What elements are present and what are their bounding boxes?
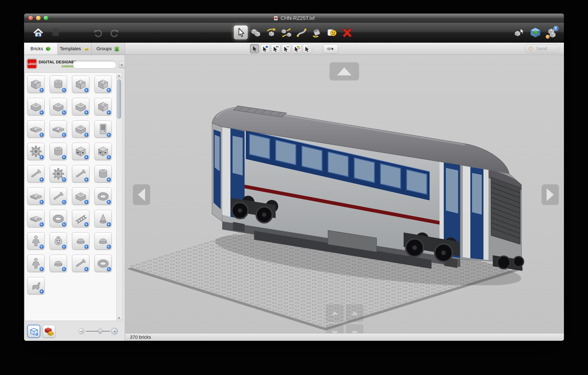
tab-bricks[interactable]: Bricks bbox=[24, 43, 58, 55]
pan-down-button[interactable] bbox=[326, 324, 344, 333]
palette-item-technic-brick[interactable]: + bbox=[72, 143, 89, 160]
3d-canvas[interactable] bbox=[125, 55, 564, 333]
undo-button[interactable] bbox=[91, 26, 105, 40]
palette-item-tube[interactable]: + bbox=[94, 165, 112, 182]
palette-item-minifigure[interactable]: + bbox=[27, 232, 45, 250]
palette-item-technic-connector[interactable]: + bbox=[94, 143, 112, 160]
pan-up-button[interactable] bbox=[326, 304, 344, 322]
palette-item-gear-wheel[interactable]: + bbox=[27, 143, 45, 160]
scroll-down-icon[interactable]: ▼ bbox=[116, 315, 121, 320]
add-badge-icon: + bbox=[84, 155, 89, 159]
train-model[interactable] bbox=[201, 95, 531, 285]
palette-item-slope-curved[interactable]: + bbox=[50, 98, 67, 115]
palette-item-helmet-dome[interactable]: + bbox=[72, 232, 89, 250]
palette-item-hat-brim[interactable]: + bbox=[94, 232, 112, 250]
tab-templates[interactable]: Templates bbox=[58, 43, 91, 55]
palette-item-armor-dome[interactable]: + bbox=[50, 255, 67, 272]
palette-item-minifig-head[interactable]: + bbox=[50, 232, 67, 250]
add-badge-icon: + bbox=[62, 88, 66, 92]
scrollbar-thumb[interactable] bbox=[117, 79, 121, 119]
brick-search-input[interactable] bbox=[73, 61, 116, 69]
select-tool-button[interactable] bbox=[234, 26, 248, 40]
tab-groups[interactable]: Groups bbox=[92, 43, 125, 55]
palette-item-brick-corner[interactable]: + bbox=[72, 76, 89, 93]
slider-thumb[interactable] bbox=[97, 328, 104, 334]
add-badge-icon: + bbox=[84, 244, 89, 249]
palette-item-cylinder[interactable]: + bbox=[50, 143, 67, 160]
import-brick-button[interactable] bbox=[512, 26, 526, 40]
palette-item-gears[interactable]: + bbox=[50, 165, 67, 182]
paint-tool-button[interactable] bbox=[310, 26, 324, 40]
select-inverse-button[interactable] bbox=[303, 44, 312, 53]
zoom-button[interactable] bbox=[43, 16, 48, 21]
pan-up-right-button[interactable] bbox=[346, 304, 364, 322]
rotate-up-arrow-icon bbox=[337, 67, 351, 75]
hinge-align-tool-button[interactable] bbox=[279, 26, 293, 40]
palette-item-arch-brick[interactable]: + bbox=[94, 98, 112, 115]
add-badge-icon: + bbox=[39, 199, 44, 204]
rotate-up-button[interactable] bbox=[329, 62, 359, 81]
palette-item-string-element[interactable]: + bbox=[50, 188, 67, 205]
select-shape-color-button[interactable] bbox=[292, 44, 301, 53]
collapse-panel-button[interactable]: « bbox=[119, 61, 125, 68]
palette-item-brick-1x6[interactable]: + bbox=[94, 76, 112, 93]
tab-bar: Bricks Templates Grou bbox=[24, 43, 564, 55]
select-same-color-button[interactable] bbox=[271, 44, 280, 53]
close-button[interactable] bbox=[28, 16, 33, 21]
rotate-right-button[interactable] bbox=[542, 184, 559, 205]
building-guide-player-button[interactable]: 2 bbox=[545, 26, 559, 40]
filter-colors-button[interactable] bbox=[43, 325, 55, 338]
add-badge-icon: + bbox=[39, 155, 44, 159]
save-button[interactable] bbox=[49, 26, 63, 40]
building-guide-button[interactable] bbox=[528, 26, 542, 40]
palette-item-baseplate[interactable]: + bbox=[27, 188, 45, 205]
palette-item-brick-2x2[interactable]: + bbox=[27, 76, 45, 93]
palette-item-slope-brick[interactable]: + bbox=[27, 98, 45, 115]
add-badge-icon: + bbox=[62, 267, 66, 271]
filter-all-bricks-button[interactable] bbox=[27, 325, 40, 338]
delete-tool-button[interactable] bbox=[340, 26, 354, 40]
palette-item-axle[interactable]: + bbox=[27, 165, 45, 182]
icon-size-slider[interactable]: − + bbox=[79, 327, 117, 336]
minimize-button[interactable] bbox=[36, 16, 41, 21]
scroll-up-icon[interactable]: ▲ bbox=[116, 73, 121, 78]
guide-warning-icon bbox=[546, 35, 550, 39]
palette-item-brick-curved[interactable]: + bbox=[72, 120, 89, 138]
clone-tool-button[interactable] bbox=[249, 26, 263, 40]
add-badge-icon: + bbox=[84, 88, 89, 92]
palette-item-technic-pin[interactable]: + bbox=[72, 165, 89, 182]
add-badge-icon: + bbox=[39, 132, 44, 137]
send-button[interactable]: Send bbox=[525, 44, 559, 53]
palette-item-skeleton[interactable]: + bbox=[27, 255, 45, 272]
select-same-shape-button[interactable] bbox=[282, 44, 291, 53]
palette-item-horn-cone[interactable]: + bbox=[94, 210, 112, 227]
select-connected-button[interactable] bbox=[260, 44, 270, 53]
palette-item-brick-round[interactable]: + bbox=[50, 76, 67, 93]
home-button[interactable] bbox=[31, 26, 45, 40]
pan-down-right-button[interactable] bbox=[346, 324, 364, 333]
palette-item-wedge-plate[interactable]: + bbox=[72, 188, 89, 205]
palette-item-door-frame[interactable]: + bbox=[94, 120, 112, 138]
palette-item-animal-horse[interactable]: + bbox=[27, 277, 45, 294]
palette-scrollbar[interactable]: ▲ ▼ bbox=[116, 73, 121, 320]
lego-logo: LEGO bbox=[27, 59, 37, 69]
palette-item-tool-hammer[interactable]: + bbox=[72, 255, 89, 272]
select-region-button[interactable] bbox=[323, 44, 338, 53]
hide-tool-button[interactable] bbox=[325, 26, 339, 40]
flex-tool-button[interactable] bbox=[295, 26, 309, 40]
palette-item-plate[interactable]: + bbox=[27, 120, 45, 138]
window-titlebar[interactable]: CHN-RZ25T.lxf bbox=[24, 13, 564, 23]
palette-item-ring-element[interactable]: + bbox=[94, 188, 112, 205]
hinge-tool-button[interactable] bbox=[264, 26, 278, 40]
redo-button[interactable] bbox=[107, 26, 121, 40]
palette-item-bracket[interactable]: + bbox=[27, 210, 45, 227]
palette-item-plate-modified[interactable]: + bbox=[50, 120, 67, 138]
rotate-left-button[interactable] bbox=[133, 184, 150, 205]
palette-item-antler-element[interactable]: + bbox=[94, 255, 112, 272]
palette-item-train-track[interactable]: + bbox=[72, 210, 89, 227]
palette-item-wheel-hub[interactable]: + bbox=[50, 210, 67, 227]
zoom-in-icon[interactable]: + bbox=[112, 328, 117, 334]
palette-item-slope-inverted[interactable]: + bbox=[72, 98, 89, 115]
select-single-button[interactable] bbox=[250, 44, 259, 53]
zoom-out-icon[interactable]: − bbox=[79, 328, 84, 334]
